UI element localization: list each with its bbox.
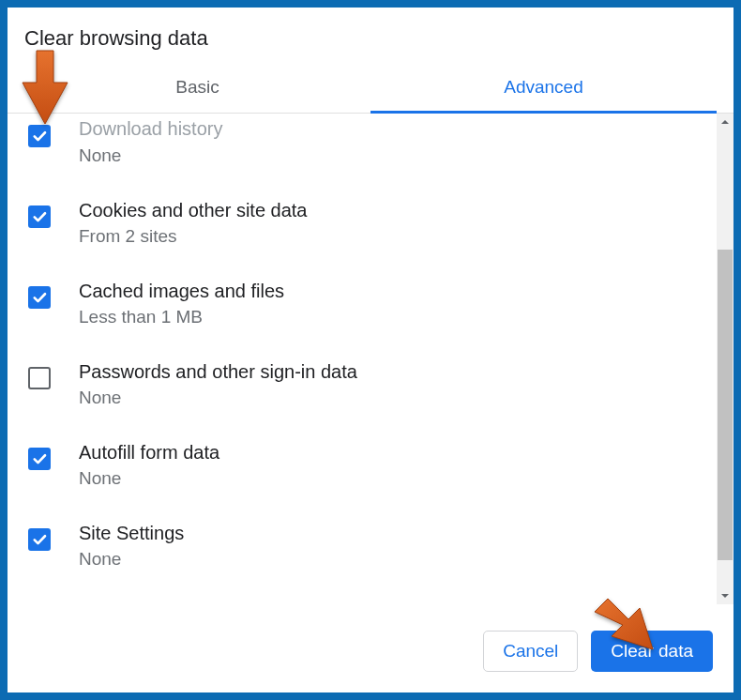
check-icon: [31, 128, 48, 145]
dialog-title: Clear browsing data: [8, 8, 733, 64]
tabs: Basic Advanced: [8, 64, 733, 114]
option-passwords: Passwords and other sign-in data None: [8, 342, 717, 423]
option-hosted-app: Hosted app data 1 app (Web Store): [8, 585, 717, 604]
options-list: Download history None Cookies and other …: [8, 114, 717, 604]
tab-basic[interactable]: Basic: [24, 64, 370, 113]
option-title: Hosted app data: [79, 601, 224, 604]
option-sub: None: [79, 466, 219, 491]
scroll-thumb[interactable]: [718, 250, 733, 560]
checkbox-cookies[interactable]: [28, 205, 51, 228]
scroll-track[interactable]: [717, 130, 733, 587]
option-cached: Cached images and files Less than 1 MB: [8, 262, 717, 342]
option-sub: None: [79, 386, 357, 410]
option-title: Autofill form data: [79, 440, 219, 464]
option-title: Download history: [79, 116, 222, 141]
option-texts: Download history None: [79, 114, 222, 168]
dialog-footer: Cancel Clear data: [8, 604, 733, 692]
option-texts: Hosted app data 1 app (Web Store): [79, 598, 224, 604]
checkbox-cached[interactable]: [28, 286, 51, 309]
checkbox-site-settings[interactable]: [28, 528, 51, 551]
checkbox-download-history[interactable]: [28, 125, 51, 147]
option-title: Passwords and other sign-in data: [79, 359, 357, 384]
option-site-settings: Site Settings None: [8, 504, 717, 585]
checkbox-passwords[interactable]: [28, 367, 51, 389]
option-texts: Cookies and other site data From 2 sites: [79, 194, 308, 249]
option-texts: Cached images and files Less than 1 MB: [79, 275, 284, 329]
checkbox-autofill[interactable]: [28, 448, 51, 470]
option-texts: Passwords and other sign-in data None: [79, 356, 357, 410]
check-icon: [31, 208, 48, 225]
vertical-scrollbar[interactable]: [717, 114, 733, 604]
option-sub: None: [79, 144, 222, 168]
option-texts: Autofill form data None: [79, 436, 219, 491]
option-sub: None: [79, 547, 184, 571]
option-download-history: Download history None: [8, 114, 717, 181]
option-autofill: Autofill form data None: [8, 423, 717, 504]
tab-advanced[interactable]: Advanced: [370, 64, 717, 113]
check-icon: [31, 531, 48, 548]
cancel-button[interactable]: Cancel: [483, 631, 578, 672]
option-sub: From 2 sites: [79, 224, 308, 249]
option-title: Cached images and files: [79, 279, 284, 303]
clear-data-button[interactable]: Clear data: [591, 631, 713, 672]
option-title: Cookies and other site data: [79, 198, 308, 222]
scroll-area: Download history None Cookies and other …: [8, 114, 733, 604]
clear-browsing-data-dialog: Clear browsing data Basic Advanced Downl…: [8, 8, 733, 692]
check-icon: [31, 289, 48, 306]
scroll-down-arrow-icon[interactable]: [717, 587, 733, 604]
option-title: Site Settings: [79, 521, 184, 545]
option-cookies: Cookies and other site data From 2 sites: [8, 181, 717, 262]
option-sub: Less than 1 MB: [79, 305, 284, 329]
option-texts: Site Settings None: [79, 517, 184, 571]
check-icon: [31, 450, 48, 467]
scroll-up-arrow-icon[interactable]: [717, 114, 733, 130]
